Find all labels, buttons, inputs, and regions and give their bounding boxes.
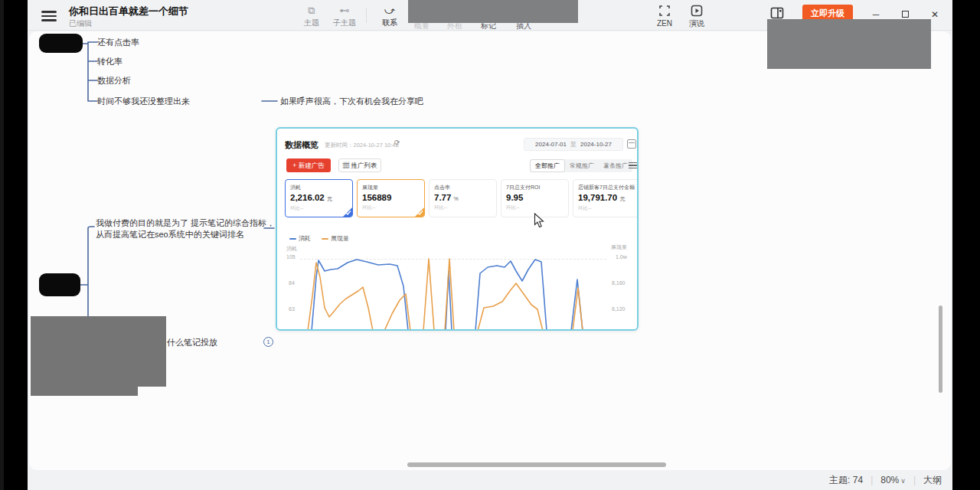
metric-card-new-customer-pay[interactable]: 店铺新客7日总支付金额 19,791.70 元 环比--: [573, 179, 639, 217]
menu-icon[interactable]: [41, 8, 57, 22]
mindmap-paid-node[interactable]: 我做付费的目的就是为了 提示笔记的综合指标， 从而提高笔记在seo系统中的关键词…: [96, 217, 275, 240]
zoom-control[interactable]: 80%∨: [880, 475, 906, 485]
promotion-tabs: 全部推广 常规推广 薯条推广: [530, 159, 632, 172]
redaction-box: [408, 0, 578, 23]
horizontal-scrollbar[interactable]: [407, 462, 666, 467]
selected-check-icon: [414, 207, 425, 217]
letterbox-right: [952, 0, 980, 490]
chart-legend: 消耗 展现量: [289, 234, 349, 243]
mindmap-partial-node[interactable]: 什么笔记投放: [167, 337, 217, 348]
mindmap-node[interactable]: 转化率: [97, 56, 122, 67]
subtopic-button[interactable]: ⊷ 子主题: [328, 4, 361, 28]
topic-count: 主题: 74: [829, 474, 863, 487]
selected-check-icon: [342, 207, 353, 217]
chevron-down-icon: ∨: [900, 477, 906, 485]
calendar-icon[interactable]: [627, 139, 636, 149]
dashboard-image-node[interactable]: 数据概览 更新时间：2024-10-27 10:48 ⟳ 2024-07-01 …: [276, 127, 639, 331]
date-start: 2024-07-01: [535, 141, 567, 148]
redacted-topic-node[interactable]: [39, 273, 80, 296]
y-tick: 105: [286, 254, 296, 260]
present-icon: [680, 5, 714, 18]
redaction-box: [767, 19, 931, 69]
date-end: 2024-10-27: [580, 141, 612, 148]
y-tick: 84: [289, 280, 295, 286]
right-axis-label: 展现量: [611, 243, 627, 251]
redaction-box: [31, 384, 138, 396]
dashboard-title: 数据概览: [285, 139, 318, 151]
zen-icon: [648, 5, 681, 18]
status-bar: 主题: 74 | 80%∨ | 大纲: [28, 470, 952, 490]
tab-fries-promotion[interactable]: 薯条推广: [599, 159, 632, 172]
document-status: 已编辑: [69, 18, 92, 29]
vertical-scrollbar[interactable]: [939, 305, 942, 393]
topic-button[interactable]: ⧉ 主题: [295, 4, 328, 28]
zen-mode-button[interactable]: ZEN: [648, 4, 681, 28]
mindmap-node[interactable]: 时间不够我还没整理出来: [97, 96, 190, 107]
metric-card-spend[interactable]: 消耗 2,216.02 元 环比--: [285, 179, 353, 217]
metric-card-impressions[interactable]: 展现量 156889 环比--: [357, 179, 425, 217]
tab-regular-promotion[interactable]: 常规推广: [565, 159, 599, 172]
dashboard-updated-time: 更新时间：2024-10-27 10:48: [325, 142, 399, 149]
relation-icon: ⤻: [373, 4, 407, 18]
refresh-icon[interactable]: ⟳: [394, 139, 400, 146]
document-title: 你和日出百单就差一个细节: [69, 5, 188, 18]
relation-button[interactable]: ⤻ 联系: [373, 4, 407, 28]
metric-card-roi[interactable]: 7日总支付ROI 9.95 环比--: [501, 179, 569, 217]
metric-list-icon[interactable]: [629, 161, 637, 169]
new-ad-button[interactable]: + 新建广告: [286, 158, 331, 172]
line-chart: [296, 253, 639, 331]
outline-button[interactable]: 大纲: [923, 474, 942, 487]
mindmap-canvas[interactable]: 还有点击率 转化率 数据分析 时间不够我还没整理出来 如果呼声很高，下次有机会我…: [29, 31, 951, 470]
subtopic-icon: ⊷: [328, 4, 361, 18]
present-button[interactable]: 演说: [680, 4, 714, 28]
date-separator: 至: [570, 140, 577, 149]
topic-icon: ⧉: [295, 4, 328, 18]
mindmap-node[interactable]: 数据分析: [97, 75, 131, 87]
collapsed-count-badge[interactable]: 1: [263, 337, 273, 347]
tab-all-promotion[interactable]: 全部推广: [530, 159, 565, 172]
legend-item-impressions[interactable]: 展现量: [322, 234, 349, 243]
screen: 你和日出百单就差一个细节 已编辑 ⧉ 主题 ⊷ 子主题 ⤻ 联系 概要 外框 标…: [0, 0, 980, 490]
legend-item-spend[interactable]: 消耗: [289, 234, 311, 243]
letterbox-left: [0, 0, 28, 490]
mindmap-note-node[interactable]: 如果呼声很高，下次有机会我在分享吧: [280, 96, 423, 107]
app-window: 你和日出百单就差一个细节 已编辑 ⧉ 主题 ⊷ 子主题 ⤻ 联系 概要 外框 标…: [28, 0, 952, 490]
mindmap-node[interactable]: 还有点击率: [97, 37, 139, 48]
redacted-topic-node[interactable]: [39, 34, 83, 53]
redaction-box: [31, 316, 166, 387]
date-range-picker[interactable]: 2024-07-01 至 2024-10-27: [524, 138, 623, 151]
metric-card-ctr[interactable]: 点击率 7.77 % 环比--: [429, 179, 497, 217]
y-tick: 63: [289, 306, 295, 312]
left-axis-label: 消耗: [286, 245, 297, 253]
toolbar-divider: [366, 8, 367, 23]
panel-toggle-icon[interactable]: [770, 6, 784, 20]
ad-list-button[interactable]: ▦ 推广列表: [338, 158, 381, 172]
